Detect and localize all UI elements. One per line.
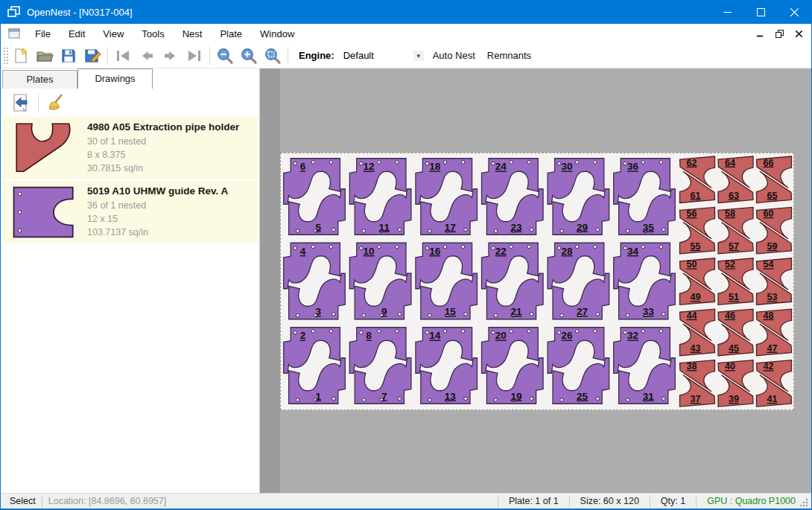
resize-grip-icon[interactable] xyxy=(799,497,809,508)
mdi-restore-button[interactable] xyxy=(770,26,789,41)
part-number-label: 9 xyxy=(381,306,387,317)
drill-hole xyxy=(494,229,497,232)
drill-hole xyxy=(464,228,467,231)
part-number-label: 29 xyxy=(577,222,588,233)
new-document-button[interactable] xyxy=(9,45,33,66)
go-next-button[interactable] xyxy=(159,45,183,66)
clear-broom-icon xyxy=(46,93,66,112)
tab-drawings[interactable]: Drawings xyxy=(77,68,153,89)
menu-nest[interactable]: Nest xyxy=(174,25,212,42)
part-number-label: 26 xyxy=(561,330,573,341)
part-thumbnail-purple xyxy=(7,185,81,240)
part-number-label: 59 xyxy=(767,241,778,252)
part-number-label: 66 xyxy=(764,158,774,168)
part-number-label: 38 xyxy=(687,361,697,372)
drawing-list-item[interactable]: 5019 A10 UHMW guide Rev. A 36 of 1 neste… xyxy=(2,181,258,243)
mode-indicator: Select xyxy=(1,496,36,506)
drill-hole xyxy=(332,397,335,400)
zoom-in-button[interactable] xyxy=(237,45,261,66)
app-window: OpenNest - [N0317-004] File Edit View To… xyxy=(0,0,812,510)
menu-file[interactable]: File xyxy=(26,25,60,42)
drawing-title: 5019 A10 UHMW guide Rev. A xyxy=(87,185,253,197)
maximize-button[interactable] xyxy=(744,0,778,24)
part-number-label: 18 xyxy=(429,161,441,172)
mdi-close-button[interactable] xyxy=(789,26,808,41)
drill-hole xyxy=(641,161,644,164)
minimize-button[interactable] xyxy=(711,0,744,24)
menu-plate[interactable]: Plate xyxy=(211,25,251,42)
chevron-down-icon: ▾ xyxy=(413,51,424,61)
drill-hole xyxy=(596,313,599,316)
nest-layout: 6512111817242330293635431091615222128273… xyxy=(281,153,793,409)
menu-window[interactable]: Window xyxy=(251,25,303,42)
drawing-area: 30.7815 sq/in xyxy=(87,162,253,175)
part-number-label: 44 xyxy=(687,310,697,321)
go-last-icon xyxy=(185,48,203,64)
part-number-label: 64 xyxy=(725,158,735,168)
part-number-label: 45 xyxy=(729,343,739,354)
nest-canvas[interactable]: 6512111817242330293635431091615222128273… xyxy=(260,68,811,493)
drill-hole xyxy=(425,162,428,165)
part-number-label: 56 xyxy=(687,208,697,219)
drill-hole xyxy=(396,245,399,248)
part-number-label: 19 xyxy=(510,391,521,402)
zoom-extents-icon xyxy=(264,47,282,65)
drill-hole xyxy=(626,398,629,401)
go-last-button[interactable] xyxy=(183,45,206,66)
drill-hole xyxy=(296,313,299,316)
window-title: OpenNest - [N0317-004] xyxy=(27,7,133,18)
drill-hole xyxy=(398,397,401,400)
drawing-list-item[interactable]: 4980 A05 Extraction pipe holder 30 of 1 … xyxy=(2,117,258,179)
drill-hole xyxy=(560,398,563,401)
drill-hole xyxy=(360,162,363,165)
drill-hole xyxy=(296,229,299,232)
zoom-out-button[interactable] xyxy=(213,45,237,66)
return-part-button[interactable] xyxy=(8,92,34,114)
part-number-label: 1 xyxy=(315,391,321,402)
part-number-label: 35 xyxy=(643,222,655,233)
tab-plates[interactable]: Plates xyxy=(2,70,77,89)
part-number-label: 5 xyxy=(315,222,321,233)
plate-size: Size: 60 x 120 xyxy=(576,496,644,506)
engine-select[interactable]: Default ▾ xyxy=(339,48,427,64)
part-number-label: 60 xyxy=(764,208,774,219)
part-number-label: 63 xyxy=(729,191,739,201)
go-first-button[interactable] xyxy=(111,45,135,66)
part-number-label: 42 xyxy=(764,361,774,372)
go-next-icon xyxy=(162,48,180,64)
part-number-label: 8 xyxy=(366,330,372,341)
menu-view[interactable]: View xyxy=(94,25,133,42)
mdi-restore-icon xyxy=(775,30,784,38)
drill-hole xyxy=(294,331,296,334)
go-previous-button[interactable] xyxy=(135,45,159,66)
part-number-label: 32 xyxy=(627,330,638,341)
remnants-button[interactable]: Remnants xyxy=(481,46,537,65)
save-as-button[interactable] xyxy=(80,45,104,66)
part-number-label: 23 xyxy=(510,222,522,233)
clear-drawings-button[interactable] xyxy=(43,92,69,114)
close-button[interactable] xyxy=(778,0,811,24)
go-first-icon xyxy=(114,48,132,64)
drill-hole xyxy=(428,229,431,232)
drill-hole xyxy=(311,245,314,248)
drill-hole xyxy=(360,331,363,334)
mdi-minimize-button[interactable] xyxy=(750,26,770,41)
part-number-label: 27 xyxy=(577,306,588,317)
save-button[interactable] xyxy=(57,45,80,66)
drill-hole xyxy=(494,313,497,316)
plate-sheet[interactable]: 6512111817242330293635431091615222128273… xyxy=(280,153,794,410)
drill-hole xyxy=(492,246,495,249)
open-button[interactable] xyxy=(33,45,57,66)
zoom-extents-button[interactable] xyxy=(261,45,285,66)
menu-tools[interactable]: Tools xyxy=(133,25,173,42)
drill-hole xyxy=(398,313,401,316)
toolbar-grip[interactable] xyxy=(3,47,9,65)
menu-edit[interactable]: Edit xyxy=(60,25,94,42)
plate-count: Plate: 1 of 1 xyxy=(504,496,563,506)
drill-hole xyxy=(296,398,299,401)
drill-hole xyxy=(494,398,497,401)
part-number-label: 14 xyxy=(429,330,441,341)
close-icon xyxy=(790,8,799,16)
drill-hole xyxy=(662,228,665,231)
auto-nest-button[interactable]: Auto Nest xyxy=(427,46,481,65)
